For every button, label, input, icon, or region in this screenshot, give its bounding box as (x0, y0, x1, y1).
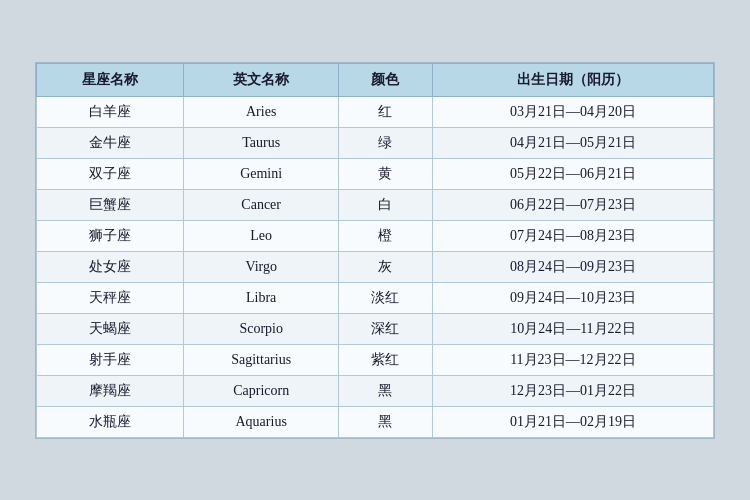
cell-color: 黑 (339, 406, 433, 437)
table-row: 水瓶座Aquarius黑01月21日—02月19日 (37, 406, 714, 437)
cell-dates: 11月23日—12月22日 (432, 344, 713, 375)
table-row: 双子座Gemini黄05月22日—06月21日 (37, 158, 714, 189)
table-row: 狮子座Leo橙07月24日—08月23日 (37, 220, 714, 251)
table-row: 白羊座Aries红03月21日—04月20日 (37, 96, 714, 127)
header-color: 颜色 (339, 63, 433, 96)
cell-dates: 04月21日—05月21日 (432, 127, 713, 158)
header-chinese-name: 星座名称 (37, 63, 184, 96)
cell-dates: 10月24日—11月22日 (432, 313, 713, 344)
table-row: 射手座Sagittarius紫红11月23日—12月22日 (37, 344, 714, 375)
cell-color: 淡红 (339, 282, 433, 313)
header-english-name: 英文名称 (184, 63, 339, 96)
table-row: 摩羯座Capricorn黑12月23日—01月22日 (37, 375, 714, 406)
cell-dates: 08月24日—09月23日 (432, 251, 713, 282)
cell-english-name: Scorpio (184, 313, 339, 344)
cell-dates: 12月23日—01月22日 (432, 375, 713, 406)
cell-chinese-name: 水瓶座 (37, 406, 184, 437)
cell-chinese-name: 金牛座 (37, 127, 184, 158)
cell-english-name: Aquarius (184, 406, 339, 437)
cell-chinese-name: 摩羯座 (37, 375, 184, 406)
cell-english-name: Cancer (184, 189, 339, 220)
cell-chinese-name: 巨蟹座 (37, 189, 184, 220)
zodiac-table-container: 星座名称 英文名称 颜色 出生日期（阳历） 白羊座Aries红03月21日—04… (35, 62, 715, 439)
table-row: 天秤座Libra淡红09月24日—10月23日 (37, 282, 714, 313)
cell-chinese-name: 天蝎座 (37, 313, 184, 344)
cell-chinese-name: 射手座 (37, 344, 184, 375)
cell-english-name: Aries (184, 96, 339, 127)
cell-english-name: Leo (184, 220, 339, 251)
cell-color: 橙 (339, 220, 433, 251)
cell-color: 深红 (339, 313, 433, 344)
table-header-row: 星座名称 英文名称 颜色 出生日期（阳历） (37, 63, 714, 96)
cell-color: 黄 (339, 158, 433, 189)
table-row: 处女座Virgo灰08月24日—09月23日 (37, 251, 714, 282)
table-row: 金牛座Taurus绿04月21日—05月21日 (37, 127, 714, 158)
cell-chinese-name: 天秤座 (37, 282, 184, 313)
cell-color: 黑 (339, 375, 433, 406)
cell-english-name: Gemini (184, 158, 339, 189)
table-row: 巨蟹座Cancer白06月22日—07月23日 (37, 189, 714, 220)
cell-dates: 05月22日—06月21日 (432, 158, 713, 189)
table-row: 天蝎座Scorpio深红10月24日—11月22日 (37, 313, 714, 344)
table-body: 白羊座Aries红03月21日—04月20日金牛座Taurus绿04月21日—0… (37, 96, 714, 437)
cell-chinese-name: 双子座 (37, 158, 184, 189)
cell-chinese-name: 白羊座 (37, 96, 184, 127)
cell-dates: 09月24日—10月23日 (432, 282, 713, 313)
cell-chinese-name: 处女座 (37, 251, 184, 282)
cell-english-name: Sagittarius (184, 344, 339, 375)
cell-color: 绿 (339, 127, 433, 158)
cell-chinese-name: 狮子座 (37, 220, 184, 251)
header-dates: 出生日期（阳历） (432, 63, 713, 96)
cell-english-name: Libra (184, 282, 339, 313)
cell-english-name: Taurus (184, 127, 339, 158)
cell-dates: 07月24日—08月23日 (432, 220, 713, 251)
cell-color: 红 (339, 96, 433, 127)
zodiac-table: 星座名称 英文名称 颜色 出生日期（阳历） 白羊座Aries红03月21日—04… (36, 63, 714, 438)
cell-color: 灰 (339, 251, 433, 282)
cell-english-name: Virgo (184, 251, 339, 282)
cell-color: 紫红 (339, 344, 433, 375)
cell-dates: 06月22日—07月23日 (432, 189, 713, 220)
cell-dates: 01月21日—02月19日 (432, 406, 713, 437)
cell-color: 白 (339, 189, 433, 220)
cell-dates: 03月21日—04月20日 (432, 96, 713, 127)
cell-english-name: Capricorn (184, 375, 339, 406)
